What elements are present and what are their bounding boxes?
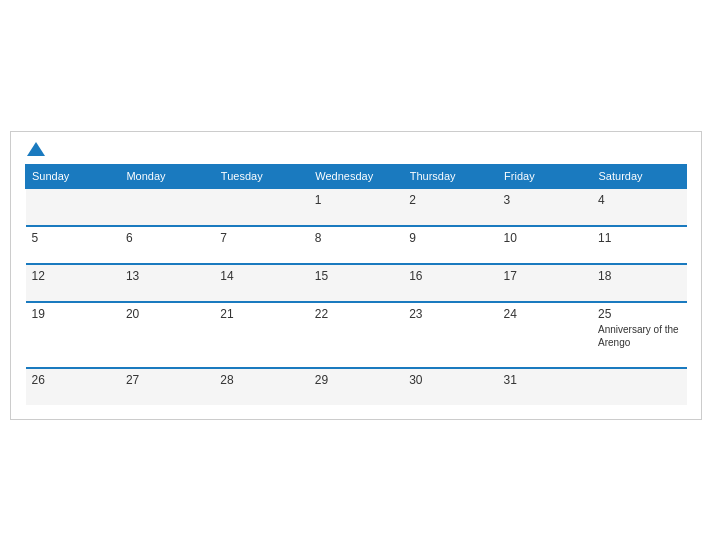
calendar-cell: 7	[214, 226, 308, 264]
calendar-cell: 11	[592, 226, 686, 264]
weekday-wednesday: Wednesday	[309, 164, 403, 188]
calendar-cell: 16	[403, 264, 497, 302]
day-number: 13	[126, 269, 208, 283]
day-number: 16	[409, 269, 491, 283]
calendar-cell: 23	[403, 302, 497, 368]
calendar-cell: 20	[120, 302, 214, 368]
calendar-cell: 9	[403, 226, 497, 264]
calendar-cell: 25Anniversary of the Arengo	[592, 302, 686, 368]
day-number: 12	[32, 269, 114, 283]
day-number: 27	[126, 373, 208, 387]
calendar-cell: 19	[26, 302, 120, 368]
calendar-cell: 26	[26, 368, 120, 405]
calendar-cell: 12	[26, 264, 120, 302]
day-number: 4	[598, 193, 680, 207]
day-number: 20	[126, 307, 208, 321]
day-number: 8	[315, 231, 397, 245]
calendar-cell: 17	[498, 264, 592, 302]
day-number: 22	[315, 307, 397, 321]
calendar-cell: 27	[120, 368, 214, 405]
weekday-monday: Monday	[120, 164, 214, 188]
calendar-cell: 13	[120, 264, 214, 302]
calendar-cell: 3	[498, 188, 592, 226]
day-number: 26	[32, 373, 114, 387]
calendar-cell: 28	[214, 368, 308, 405]
day-number: 24	[504, 307, 586, 321]
svg-marker-0	[27, 142, 45, 156]
calendar-cell: 15	[309, 264, 403, 302]
calendar-cell: 10	[498, 226, 592, 264]
calendar-cell: 1	[309, 188, 403, 226]
weekday-sunday: Sunday	[26, 164, 120, 188]
day-number: 25	[598, 307, 680, 321]
day-number: 19	[32, 307, 114, 321]
day-number: 10	[504, 231, 586, 245]
week-row-3: 12131415161718	[26, 264, 687, 302]
day-number: 7	[220, 231, 302, 245]
logo-icon	[27, 142, 45, 156]
calendar-cell	[592, 368, 686, 405]
calendar-table: SundayMondayTuesdayWednesdayThursdayFrid…	[25, 164, 687, 405]
day-number: 2	[409, 193, 491, 207]
day-number: 30	[409, 373, 491, 387]
calendar-cell: 4	[592, 188, 686, 226]
day-number: 9	[409, 231, 491, 245]
weekday-friday: Friday	[498, 164, 592, 188]
day-number: 15	[315, 269, 397, 283]
calendar-cell: 14	[214, 264, 308, 302]
logo	[25, 142, 45, 156]
day-number: 1	[315, 193, 397, 207]
day-number: 3	[504, 193, 586, 207]
calendar-container: SundayMondayTuesdayWednesdayThursdayFrid…	[10, 131, 702, 420]
calendar-cell: 22	[309, 302, 403, 368]
calendar-header	[25, 142, 687, 156]
calendar-cell	[26, 188, 120, 226]
calendar-cell	[214, 188, 308, 226]
calendar-cell: 5	[26, 226, 120, 264]
weekday-header-row: SundayMondayTuesdayWednesdayThursdayFrid…	[26, 164, 687, 188]
calendar-cell: 24	[498, 302, 592, 368]
calendar-cell: 31	[498, 368, 592, 405]
week-row-1: 1234	[26, 188, 687, 226]
week-row-2: 567891011	[26, 226, 687, 264]
calendar-cell: 29	[309, 368, 403, 405]
weekday-saturday: Saturday	[592, 164, 686, 188]
week-row-5: 262728293031	[26, 368, 687, 405]
day-number: 11	[598, 231, 680, 245]
week-row-4: 19202122232425Anniversary of the Arengo	[26, 302, 687, 368]
calendar-cell: 18	[592, 264, 686, 302]
day-number: 14	[220, 269, 302, 283]
day-number: 21	[220, 307, 302, 321]
day-number: 6	[126, 231, 208, 245]
weekday-tuesday: Tuesday	[214, 164, 308, 188]
calendar-cell: 6	[120, 226, 214, 264]
day-number: 5	[32, 231, 114, 245]
day-number: 17	[504, 269, 586, 283]
day-number: 31	[504, 373, 586, 387]
calendar-cell: 8	[309, 226, 403, 264]
calendar-cell: 21	[214, 302, 308, 368]
day-number: 18	[598, 269, 680, 283]
calendar-cell: 2	[403, 188, 497, 226]
day-number: 28	[220, 373, 302, 387]
day-number: 29	[315, 373, 397, 387]
weekday-thursday: Thursday	[403, 164, 497, 188]
day-number: 23	[409, 307, 491, 321]
event-label: Anniversary of the Arengo	[598, 323, 680, 349]
calendar-cell	[120, 188, 214, 226]
calendar-cell: 30	[403, 368, 497, 405]
